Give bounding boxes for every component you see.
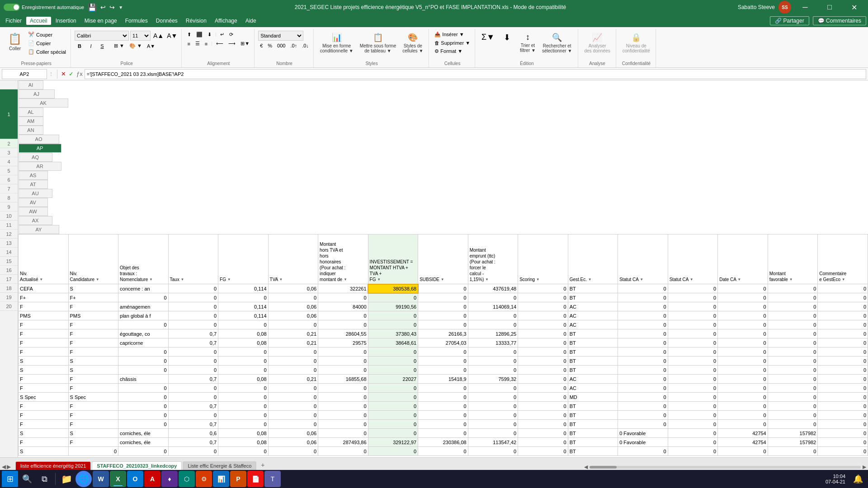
cell-AI17[interactable]: F (19, 420, 69, 429)
cell-AO12[interactable]: 16855,68 (318, 375, 368, 384)
niveau-confidentialite-button[interactable]: 🔒 Niveau deconfidentialité (620, 31, 653, 55)
cell-AJ11[interactable]: S (68, 366, 118, 375)
row-header-19[interactable]: 19 (0, 293, 18, 302)
cell-AN3[interactable]: 0 (268, 293, 318, 302)
filter-arrow-AJ[interactable]: ▼ (96, 277, 99, 282)
cell-AV8[interactable]: 0 (668, 338, 718, 347)
fill-color-button[interactable]: 🎨 ▼ (127, 42, 144, 50)
cell-AU1[interactable]: Statut CA ▼ (618, 235, 668, 284)
cell-AX7[interactable]: 0 (768, 329, 818, 338)
cell-AV11[interactable]: 0 (668, 366, 718, 375)
filter-arrow-AU[interactable]: ▼ (640, 277, 643, 282)
cell-AQ8[interactable]: 27054,03 (418, 338, 468, 347)
cell-AN9[interactable]: 0 (268, 347, 318, 357)
cell-AQ19[interactable]: 230386,08 (418, 438, 468, 447)
bold-button[interactable]: B (75, 42, 85, 50)
cell-AK12[interactable]: châssis (118, 375, 169, 384)
cell-AR12[interactable]: 7599,32 (468, 375, 518, 384)
filter-arrow-AT[interactable]: ▼ (588, 277, 592, 282)
cell-AP10[interactable]: 0 (368, 357, 418, 366)
cell-AM19[interactable]: 0,08 (218, 438, 269, 447)
cell-AJ4[interactable]: F (68, 302, 118, 311)
cell-AP9[interactable]: 0 (368, 347, 418, 357)
row-header-13[interactable]: 13 (0, 239, 18, 248)
row-header-9[interactable]: 9 (0, 202, 18, 211)
cell-AP3[interactable]: 0 (368, 293, 418, 302)
cell-AR19[interactable]: 113547,42 (468, 438, 518, 447)
row-header-6[interactable]: 6 (0, 175, 18, 184)
row-header-8[interactable]: 8 (0, 193, 18, 202)
row-header-11[interactable]: 11 (0, 221, 18, 230)
cell-AW6[interactable]: 0 (718, 320, 768, 329)
menu-aide[interactable]: Aide (242, 17, 260, 25)
cell-AQ3[interactable]: 0 (418, 293, 468, 302)
cell-AW5[interactable]: 0 (718, 311, 768, 320)
menu-formules[interactable]: Formules (122, 17, 151, 25)
cell-AP7[interactable]: 37380,43 (368, 329, 418, 338)
cell-AS6[interactable]: 0 (518, 320, 568, 329)
cell-AW19[interactable]: 42754 (718, 438, 768, 447)
align-middle-button[interactable]: ⬛ (194, 31, 204, 38)
wrap-text-button[interactable]: ↵ (218, 31, 226, 38)
cell-AK4[interactable]: aménagemen (118, 302, 169, 311)
cell-AW17[interactable]: 0 (718, 420, 768, 429)
scroll-right-btn[interactable]: ▶ (863, 464, 866, 470)
row-header-10[interactable]: 10 (0, 211, 18, 221)
cell-AM18[interactable]: 0,08 (218, 429, 269, 438)
cell-AO18[interactable]: 0 (318, 429, 368, 438)
filter-arrow-AP[interactable]: ▼ (377, 277, 381, 282)
orientation-button[interactable]: ⟳ (227, 31, 235, 38)
taskbar-app5[interactable]: ♦ (161, 471, 178, 487)
somme-button[interactable]: Σ▼ (479, 31, 497, 44)
inserer-button[interactable]: 📥 Insérer ▼ (433, 31, 472, 38)
cell-AJ14[interactable]: S Spec (68, 393, 118, 402)
taskbar-word[interactable]: W (93, 471, 109, 487)
cell-AR7[interactable]: 12896,25 (468, 329, 518, 338)
cell-AU10[interactable]: 0 (618, 357, 668, 366)
cell-AK1[interactable]: Objet destravaux :Nomenclature ▼ (118, 235, 169, 284)
col-header-AP[interactable]: AP (19, 144, 61, 153)
cell-AN18[interactable]: 0,06 (268, 429, 318, 438)
row-header-18[interactable]: 18 (0, 284, 18, 293)
cell-AX17[interactable]: 0 (768, 420, 818, 429)
filter-arrow-AY[interactable]: ▼ (842, 277, 845, 282)
cell-AR6[interactable]: 0 (468, 320, 518, 329)
save-icon[interactable]: 💾 (88, 3, 97, 12)
filter-arrow-AR[interactable]: ▼ (485, 277, 489, 282)
cell-AM15[interactable]: 0 (218, 402, 269, 411)
cell-AU11[interactable]: 0 (618, 366, 668, 375)
cell-AQ17[interactable]: 0 (418, 420, 468, 429)
cell-AW13[interactable]: 0 (718, 384, 768, 393)
cell-AQ16[interactable]: 0 (418, 411, 468, 420)
cell-AJ20[interactable]: 0 (68, 447, 118, 456)
remplissage-button[interactable]: ⬇ (498, 31, 516, 44)
cell-AM7[interactable]: 0,08 (218, 329, 269, 338)
italic-button[interactable]: I (86, 42, 96, 50)
minimize-button[interactable]: ─ (795, 0, 816, 14)
cell-AS5[interactable]: 0 (518, 311, 568, 320)
cell-AK5[interactable]: plan global à f (118, 311, 169, 320)
formula-input[interactable]: ='[STAFFECO_2021 03 23.xlsm]BASE'!AP2 (85, 69, 866, 79)
close-button[interactable]: ✕ (844, 0, 864, 14)
cell-AX12[interactable]: 0 (768, 375, 818, 384)
cell-AQ15[interactable]: 0 (418, 402, 468, 411)
cell-AU4[interactable]: 0 (618, 302, 668, 311)
cell-AY9[interactable]: 0 (818, 347, 868, 357)
cell-AJ1[interactable]: Niv.Candidature ▼ (68, 235, 118, 284)
format-button[interactable]: ⚙ Format ▼ (433, 47, 472, 55)
cell-AO15[interactable]: 0 (318, 402, 368, 411)
cell-AO19[interactable]: 287493,86 (318, 438, 368, 447)
cell-AX3[interactable]: 0 (768, 293, 818, 302)
cell-AY1[interactable]: Commentairee GestEco ▼ (818, 235, 868, 284)
cell-AR2[interactable]: 437619,48 (468, 284, 518, 293)
borders-button[interactable]: ⊞ ▼ (112, 42, 126, 50)
decimal-increase-button[interactable]: .0↑ (288, 42, 299, 49)
number-format-select[interactable]: Standard (258, 31, 303, 41)
scroll-left-btn[interactable]: ◀ (584, 464, 588, 470)
cell-AX10[interactable]: 0 (768, 357, 818, 366)
cell-AQ18[interactable]: 0 (418, 429, 468, 438)
filter-arrow-AW[interactable]: ▼ (737, 277, 741, 282)
menu-affichage[interactable]: Affichage (211, 17, 241, 25)
cell-AV16[interactable]: 0 (668, 411, 718, 420)
align-left-button[interactable]: ≡ (185, 40, 192, 47)
